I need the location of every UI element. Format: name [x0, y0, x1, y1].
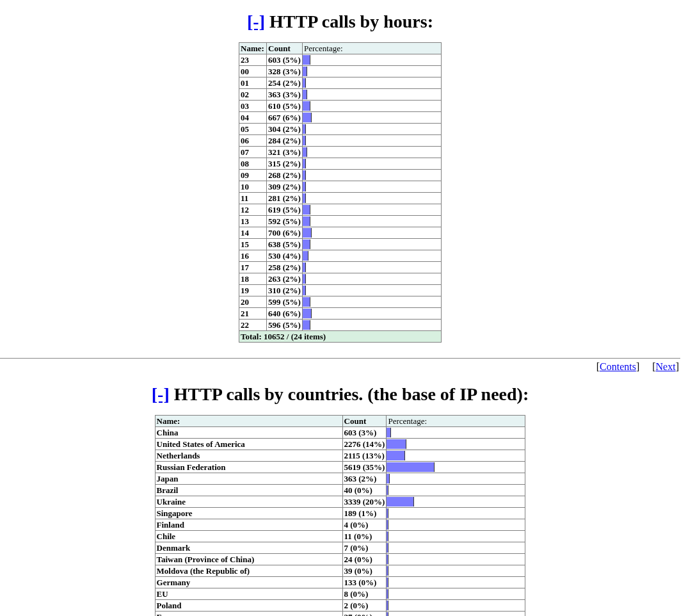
table-row: 00328 (3%)	[239, 66, 442, 77]
percentage-bar	[387, 428, 391, 437]
table-row: Singapore189 (1%)	[155, 508, 525, 519]
row-count: 39 (0%)	[342, 565, 387, 577]
table-row: 03610 (5%)	[239, 101, 442, 112]
percentage-bar	[387, 543, 388, 553]
contents-link[interactable]: Contents	[600, 361, 636, 372]
row-percentage-bar	[387, 554, 525, 565]
table-row: 16530 (4%)	[239, 250, 442, 262]
row-name: Japan	[155, 473, 342, 485]
section-divider	[0, 358, 680, 359]
percentage-bar	[387, 531, 388, 541]
row-percentage-bar	[387, 508, 525, 519]
row-percentage-bar	[387, 565, 525, 577]
percentage-bar	[387, 566, 388, 576]
row-count: 640 (6%)	[267, 308, 303, 320]
table-row: Russian Federation5619 (35%)	[155, 462, 525, 473]
percentage-bar	[303, 263, 306, 272]
row-percentage-bar	[302, 296, 441, 308]
row-percentage-bar	[302, 181, 441, 193]
table-row: 06284 (2%)	[239, 135, 442, 147]
table-row: 05304 (2%)	[239, 124, 442, 135]
collapse-toggle-hours[interactable]: [-]	[247, 12, 265, 31]
row-percentage-bar	[302, 204, 441, 216]
percentage-bar	[387, 508, 388, 518]
table-row: Moldova (the Republic of)39 (0%)	[155, 565, 525, 577]
collapse-toggle-countries[interactable]: [-]	[152, 384, 170, 404]
row-name: 15	[239, 239, 267, 250]
row-percentage-bar	[302, 239, 441, 250]
row-count: 8 (0%)	[342, 588, 387, 600]
row-count: 258 (2%)	[267, 262, 303, 273]
row-name: EU	[155, 588, 342, 600]
percentage-bar	[303, 90, 307, 99]
percentage-bar	[303, 55, 310, 65]
row-name: Russian Federation	[155, 462, 342, 473]
row-percentage-bar	[387, 427, 525, 439]
row-percentage-bar	[302, 273, 441, 285]
percentage-bar	[303, 147, 307, 157]
hours-header-row: Name: Count Percentage:	[239, 43, 442, 54]
percentage-bar	[387, 485, 388, 495]
row-percentage-bar	[302, 77, 441, 89]
table-row: 09268 (2%)	[239, 170, 442, 181]
row-name: 22	[239, 320, 267, 331]
row-count: 7 (0%)	[342, 542, 387, 554]
row-percentage-bar	[387, 577, 525, 588]
table-row: 04667 (6%)	[239, 112, 442, 124]
percentage-bar	[303, 124, 306, 134]
row-name: 02	[239, 89, 267, 101]
row-percentage-bar	[302, 308, 441, 320]
row-count: 2115 (13%)	[342, 450, 387, 462]
section-hours-title-text: HTTP calls by hours:	[265, 12, 433, 31]
table-row: 10309 (2%)	[239, 181, 442, 193]
percentage-bar	[303, 193, 306, 203]
row-percentage-bar	[302, 262, 441, 273]
table-row: 07321 (3%)	[239, 147, 442, 158]
row-count: 24 (0%)	[342, 554, 387, 565]
table-row: Taiwan (Province of China)24 (0%)	[155, 554, 525, 565]
next-link[interactable]: Next	[656, 361, 676, 372]
row-percentage-bar	[302, 147, 441, 158]
row-percentage-bar	[387, 496, 525, 508]
table-row: 01254 (2%)	[239, 77, 442, 89]
row-count: 4 (0%)	[342, 519, 387, 531]
row-name: Chile	[155, 531, 342, 542]
table-row: 02363 (3%)	[239, 89, 442, 101]
percentage-bar	[303, 78, 306, 88]
row-name: Brazil	[155, 485, 342, 496]
percentage-bar	[303, 182, 306, 191]
table-row: Japan363 (2%)	[155, 473, 525, 485]
col-name: Name:	[239, 43, 267, 54]
percentage-bar	[303, 309, 312, 318]
countries-table: Name: Count Percentage: China603 (3%)Uni…	[155, 415, 526, 616]
percentage-bar	[387, 601, 388, 610]
row-percentage-bar	[387, 439, 525, 450]
percentage-bar	[303, 286, 306, 295]
table-row: China603 (3%)	[155, 427, 525, 439]
row-name: 05	[239, 124, 267, 135]
percentage-bar	[303, 297, 310, 307]
row-count: 189 (1%)	[342, 508, 387, 519]
percentage-bar	[387, 474, 390, 483]
row-name: 04	[239, 112, 267, 124]
row-count: 3339 (20%)	[342, 496, 387, 508]
section-countries-title-text: HTTP calls by countries. (the base of IP…	[170, 384, 529, 404]
row-percentage-bar	[387, 450, 525, 462]
row-percentage-bar	[302, 227, 441, 239]
row-name: 13	[239, 216, 267, 227]
percentage-bar	[303, 228, 312, 238]
percentage-bar	[387, 497, 414, 507]
table-row: Denmark7 (0%)	[155, 542, 525, 554]
percentage-bar	[387, 589, 388, 599]
table-row: 23603 (5%)	[239, 54, 442, 66]
row-count: 133 (0%)	[342, 577, 387, 588]
row-percentage-bar	[302, 66, 441, 77]
col-count: Count	[342, 416, 387, 427]
row-count: 2276 (14%)	[342, 439, 387, 450]
row-count: 363 (2%)	[342, 473, 387, 485]
table-row: Chile11 (0%)	[155, 531, 525, 542]
row-percentage-bar	[302, 320, 441, 331]
section-countries-title: [-] HTTP calls by countries. (the base o…	[0, 384, 680, 405]
row-count: 603 (5%)	[267, 54, 303, 66]
percentage-bar	[303, 67, 307, 76]
